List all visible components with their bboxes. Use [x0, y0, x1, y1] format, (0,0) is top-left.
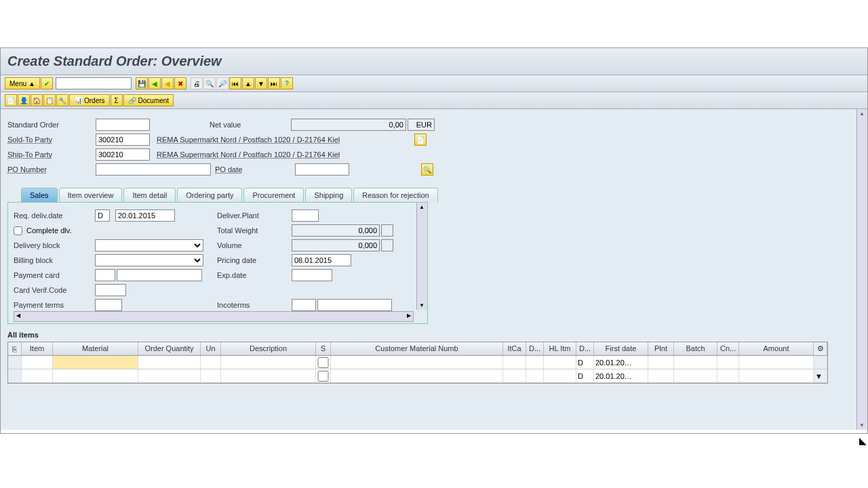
- cell-cn[interactable]: [719, 371, 737, 382]
- tab-item-detail[interactable]: Item detail: [123, 188, 176, 202]
- orders-button[interactable]: 📊 Orders: [69, 94, 110, 106]
- po-date-input[interactable]: [295, 163, 349, 176]
- th-quantity[interactable]: Order Quantity: [138, 342, 201, 355]
- overview-icon[interactable]: 📋: [43, 94, 56, 106]
- panel-vscroll[interactable]: [416, 203, 427, 310]
- row-selector[interactable]: [8, 356, 22, 369]
- req-deliv-date-input[interactable]: [115, 209, 175, 222]
- save-icon[interactable]: 💾: [136, 77, 148, 89]
- col-select-all[interactable]: ⎘: [8, 342, 22, 355]
- th-itca[interactable]: ItCa: [503, 342, 526, 355]
- sum-icon[interactable]: Σ: [111, 94, 123, 106]
- cell-cust-mat[interactable]: [332, 357, 501, 368]
- cell-s[interactable]: [317, 371, 329, 382]
- help-icon[interactable]: ?: [281, 77, 293, 89]
- th-s[interactable]: S: [316, 342, 331, 355]
- th-item[interactable]: Item: [22, 342, 53, 355]
- th-plnt[interactable]: Plnt: [648, 342, 674, 355]
- exp-date-input[interactable]: [292, 269, 332, 281]
- find-next-icon[interactable]: 🔎: [216, 77, 229, 89]
- payment-card-number-input[interactable]: [117, 269, 202, 281]
- tab-ordering-party[interactable]: Ordering party: [177, 188, 242, 202]
- cell-item[interactable]: [23, 371, 51, 382]
- cell-amount[interactable]: [741, 357, 812, 368]
- row-selector[interactable]: [8, 369, 22, 382]
- tab-reason-rejection[interactable]: Reason for rejection: [353, 188, 437, 202]
- cell-plnt[interactable]: [650, 371, 672, 382]
- panel-hscroll[interactable]: [14, 311, 414, 322]
- po-search-icon[interactable]: 🔍: [421, 163, 433, 176]
- cell-description[interactable]: [222, 371, 314, 382]
- menu-button[interactable]: Menu ▲: [5, 77, 40, 89]
- cell-quantity[interactable]: [140, 357, 199, 368]
- th-un[interactable]: Un: [201, 342, 221, 355]
- sold-to-input[interactable]: [96, 134, 150, 146]
- th-batch[interactable]: Batch: [674, 342, 717, 355]
- th-d2[interactable]: D...: [576, 342, 594, 355]
- cell-cust-mat[interactable]: [332, 371, 501, 382]
- tab-procurement[interactable]: Procurement: [243, 188, 304, 202]
- cell-amount[interactable]: [741, 371, 812, 382]
- find-icon[interactable]: 🔍: [203, 77, 216, 89]
- ship-to-input[interactable]: [96, 148, 150, 161]
- tab-item-overview[interactable]: Item overview: [59, 188, 123, 202]
- document-button[interactable]: 🔗 Document: [123, 94, 174, 106]
- cell-d1[interactable]: [528, 371, 542, 382]
- cell-material[interactable]: [54, 357, 136, 368]
- complete-dlv-checkbox[interactable]: [14, 226, 22, 235]
- cell-s[interactable]: [317, 357, 329, 368]
- payment-terms-input[interactable]: [95, 299, 122, 311]
- cell-d2[interactable]: [578, 357, 592, 368]
- cell-item[interactable]: [23, 357, 51, 368]
- payment-card-type-input[interactable]: [95, 269, 115, 281]
- partner-details-icon[interactable]: 📄: [414, 134, 427, 146]
- cell-itca[interactable]: [505, 357, 524, 368]
- pricing-date-input[interactable]: [292, 254, 351, 266]
- th-d1[interactable]: D...: [526, 342, 544, 355]
- card-verif-input[interactable]: [95, 284, 126, 296]
- tab-shipping[interactable]: Shipping: [305, 188, 352, 202]
- th-material[interactable]: Material: [53, 342, 138, 355]
- workarea-vscroll[interactable]: [856, 109, 867, 430]
- req-deliv-type-input[interactable]: [95, 209, 110, 222]
- th-cn[interactable]: Cn...: [717, 342, 739, 355]
- display-icon[interactable]: 📄: [5, 94, 17, 106]
- first-page-icon[interactable]: ⏮: [229, 77, 241, 89]
- cell-batch[interactable]: [675, 371, 715, 382]
- th-config[interactable]: ⚙: [814, 342, 827, 355]
- cell-un[interactable]: [202, 357, 219, 368]
- cancel-icon[interactable]: ✖: [174, 77, 186, 89]
- cell-first-date[interactable]: [595, 371, 646, 382]
- cell-hlitm[interactable]: [545, 371, 574, 382]
- enter-icon[interactable]: ✔: [41, 77, 53, 89]
- cell-itca[interactable]: [505, 371, 524, 382]
- cell-hlitm[interactable]: [545, 357, 574, 368]
- deliver-plant-input[interactable]: [292, 209, 319, 222]
- config-icon[interactable]: 🔧: [56, 94, 68, 106]
- cell-un[interactable]: [202, 371, 219, 382]
- th-amount[interactable]: Amount: [739, 342, 814, 355]
- exit-icon[interactable]: ◀: [161, 77, 174, 89]
- cell-first-date[interactable]: [595, 357, 646, 368]
- cell-cn[interactable]: [719, 357, 737, 368]
- cell-batch[interactable]: [675, 357, 715, 368]
- cell-material[interactable]: [54, 371, 136, 382]
- next-page-icon[interactable]: ▼: [255, 77, 267, 89]
- delivery-block-select[interactable]: [95, 239, 203, 251]
- header-icon[interactable]: 👤: [18, 94, 30, 106]
- cell-quantity[interactable]: [140, 371, 199, 382]
- cell-d2[interactable]: [578, 371, 592, 382]
- th-hlitm[interactable]: HL Itm: [544, 342, 576, 355]
- cell-plnt[interactable]: [650, 357, 672, 368]
- billing-block-select[interactable]: [95, 254, 203, 266]
- th-description[interactable]: Description: [221, 342, 316, 355]
- prev-page-icon[interactable]: ▲: [242, 77, 254, 89]
- standard-order-input[interactable]: [96, 119, 150, 131]
- th-cust-mat[interactable]: Customer Material Numb: [331, 342, 503, 355]
- th-first-date[interactable]: First date: [594, 342, 648, 355]
- incoterms-text-input[interactable]: [317, 299, 392, 311]
- incoterms-code-input[interactable]: [292, 299, 316, 311]
- last-page-icon[interactable]: ⏭: [268, 77, 280, 89]
- cell-description[interactable]: [222, 357, 314, 368]
- po-number-input[interactable]: [96, 163, 211, 176]
